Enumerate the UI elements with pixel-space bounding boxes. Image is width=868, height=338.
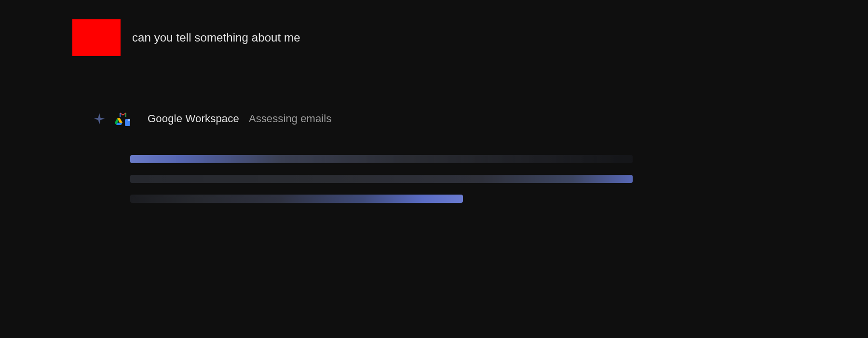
- gmail-icon: [120, 111, 126, 115]
- skeleton-bar: [130, 175, 633, 183]
- assistant-status-row: Google Workspace Assessing emails: [93, 112, 868, 126]
- workspace-icons-cluster: [115, 112, 129, 126]
- sparkle-icon: [93, 112, 106, 126]
- status-detail: Assessing emails: [249, 113, 332, 125]
- tool-name: Google Workspace: [148, 113, 239, 125]
- docs-icon: [125, 119, 130, 126]
- drive-icon: [115, 118, 122, 125]
- skeleton-bar: [130, 155, 633, 163]
- skeleton-bar: [130, 195, 463, 203]
- chat-container: can you tell something about me: [0, 0, 868, 338]
- loading-skeleton: [130, 155, 868, 203]
- user-avatar[interactable]: [72, 19, 121, 56]
- user-message-text: can you tell something about me: [132, 19, 300, 44]
- user-message-row: can you tell something about me: [72, 19, 868, 56]
- status-line: Google Workspace Assessing emails: [148, 113, 331, 125]
